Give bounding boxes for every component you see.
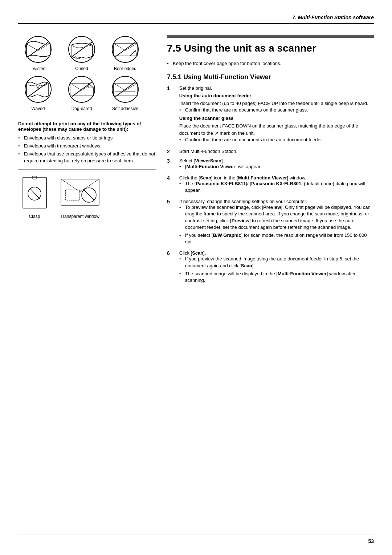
- warning-box: Do not attempt to print on any of the fo…: [18, 117, 156, 170]
- envelope-waved: Waved: [18, 75, 58, 111]
- svg-line-3: [72, 42, 92, 57]
- svg-rect-13: [23, 177, 46, 208]
- step-1-scanner-glass: Using the scanner glass Place the docume…: [179, 116, 374, 143]
- clasp-label: Clasp: [29, 214, 40, 219]
- page-number: 53: [368, 538, 374, 544]
- scanner-glass-bullet-1: Confirm that there are no documents in t…: [179, 137, 374, 143]
- envelope-bent: Bent-edged: [105, 35, 145, 71]
- envelope-dogeared: Dog-eared: [62, 75, 102, 111]
- svg-line-15: [30, 188, 40, 199]
- step-6-bullets: If you preview the scanned image using t…: [179, 256, 374, 284]
- step-3-bullet-1: [Multi-Function Viewer] will appear.: [179, 163, 262, 170]
- warning-bullets: Envelopes with clasps, snaps or tie stri…: [18, 135, 156, 164]
- envelope-twisted: Twisted: [18, 35, 58, 71]
- intro-bullets: Keep the front cover page open for butto…: [167, 60, 374, 67]
- twisted-label: Twisted: [31, 66, 46, 71]
- step-3-content: Select [ViewerScan]. [Multi-Function Vie…: [179, 158, 262, 171]
- step-2: 2 Start Multi-Function Station.: [167, 149, 374, 154]
- auto-feeder-heading: Using the auto document feeder: [179, 93, 374, 98]
- step-4-bullet-1: The [Panasonic KX-FLB811]/ [Panasonic KX…: [179, 181, 374, 194]
- warning-bullet-2: Envelopes with transparent windows: [18, 143, 156, 149]
- step-1-text: Set the original.: [179, 85, 212, 91]
- scanner-glass-body: Place the document FACE DOWN on the scan…: [179, 122, 374, 137]
- step-1-auto-feeder: Using the auto document feeder Insert th…: [179, 93, 374, 114]
- svg-line-5: [115, 42, 135, 57]
- waved-icon: [20, 75, 56, 104]
- envelope-row-1: Twisted Cu: [18, 35, 156, 71]
- envelope-selfadhesive: Self adhesive: [105, 75, 145, 111]
- warning-bullet-1: Envelopes with clasps, snaps or tie stri…: [18, 135, 156, 141]
- step-2-content: Start Multi-Function Station.: [179, 149, 237, 154]
- step-3-number: 3: [167, 158, 170, 171]
- bent-icon: [107, 35, 143, 64]
- twisted-icon: [20, 35, 56, 64]
- transparent-window-item: Transparent window: [58, 175, 102, 219]
- step-4-number: 4: [167, 175, 170, 195]
- step-6-bullet-1: If you preview the scanned image using t…: [179, 256, 374, 269]
- step-2-number: 2: [167, 149, 170, 154]
- dogeared-label: Dog-eared: [72, 106, 92, 111]
- step-4-content: Click the [Scan] icon in the [Multi-Func…: [179, 175, 374, 195]
- envelope-row-2: Waved Dog-eared: [18, 75, 156, 111]
- step-2-text: Start Multi-Function Station.: [179, 149, 237, 154]
- step-5: 5 If necessary, change the scanning sett…: [167, 199, 374, 247]
- warning-bullet-3: Envelopes that use encapsulated types of…: [18, 151, 156, 164]
- section-bar: [167, 35, 374, 38]
- auto-feeder-bullet-1: Confirm that there are no documents on t…: [179, 107, 374, 113]
- step-6: 6 Click [Scan]. If you preview the scann…: [167, 250, 374, 285]
- step-6-content: Click [Scan]. If you preview the scanned…: [179, 250, 374, 285]
- step-4-text: Click the [Scan] icon in the [Multi-Func…: [179, 175, 306, 181]
- dogeared-icon: [64, 75, 100, 104]
- subsection-title: 7.5.1 Using Multi-Function Viewer: [167, 73, 374, 81]
- bottom-line: [18, 535, 374, 535]
- section-title: 7.5 Using the unit as a scanner: [167, 42, 374, 54]
- svg-rect-16: [32, 176, 37, 179]
- right-column: 7.5 Using the unit as a scanner Keep the…: [167, 35, 374, 289]
- scanner-glass-heading: Using the scanner glass: [179, 116, 374, 121]
- clasp-row: Clasp: [18, 175, 156, 219]
- svg-line-20: [83, 190, 94, 200]
- scanner-glass-bullets: Confirm that there are no documents in t…: [179, 137, 374, 143]
- transparent-window-icon: [58, 175, 102, 212]
- waved-label: Waved: [32, 106, 45, 111]
- transparent-window-label: Transparent window: [60, 214, 99, 219]
- clasp-item: Clasp: [18, 175, 51, 219]
- step-4-bullets: The [Panasonic KX-FLB811]/ [Panasonic KX…: [179, 181, 374, 194]
- step-3-bullets: [Multi-Function Viewer] will appear.: [179, 163, 262, 170]
- step-1-number: 1: [167, 85, 170, 145]
- svg-line-11: [115, 82, 135, 97]
- svg-line-9: [72, 82, 92, 97]
- warning-bold: Do not attempt to print on any of the fo…: [18, 121, 156, 132]
- step-5-number: 5: [167, 199, 170, 247]
- step-3-text: Select [ViewerScan].: [179, 158, 224, 163]
- step-6-text: Click [Scan].: [179, 250, 206, 256]
- intro-bullet: Keep the front cover page open for butto…: [167, 60, 374, 67]
- step-5-bullets: To preview the scanned image, click [Pre…: [179, 204, 374, 245]
- step-3: 3 Select [ViewerScan]. [Multi-Function V…: [167, 158, 374, 171]
- step-5-bullet-2: If you select [B/W Graphic] for scan mod…: [179, 232, 374, 245]
- bent-label: Bent-edged: [114, 66, 136, 71]
- step-6-number: 6: [167, 250, 170, 285]
- header-title: 7. Multi-Function Station software: [292, 15, 374, 20]
- step-5-bullet-1: To preview the scanned image, click [Pre…: [179, 204, 374, 231]
- step-5-content: If necessary, change the scanning settin…: [179, 199, 374, 247]
- selfadhesive-label: Self adhesive: [112, 106, 138, 111]
- envelope-curled: Curled: [62, 35, 102, 71]
- step-5-text: If necessary, change the scanning settin…: [179, 199, 307, 204]
- left-column: Twisted Cu: [18, 35, 156, 289]
- auto-feeder-body: Insert the document (up to 40 pages) FAC…: [179, 100, 374, 107]
- svg-rect-18: [65, 190, 80, 200]
- step-1: 1 Set the original. Using the auto docum…: [167, 85, 374, 145]
- curled-icon: [64, 35, 100, 64]
- step-6-bullet-2: The scanned image will be displayed in t…: [179, 271, 374, 284]
- selfadhesive-icon: [107, 75, 143, 104]
- auto-feeder-bullets: Confirm that there are no documents on t…: [179, 107, 374, 113]
- page: 7. Multi-Function Station software: [0, 0, 392, 555]
- main-content: Twisted Cu: [18, 35, 374, 289]
- step-4: 4 Click the [Scan] icon in the [Multi-Fu…: [167, 175, 374, 195]
- step-1-content: Set the original. Using the auto documen…: [179, 85, 374, 145]
- clasp-icon: [18, 175, 51, 212]
- page-header: 7. Multi-Function Station software: [18, 15, 374, 24]
- curled-label: Curled: [75, 66, 88, 71]
